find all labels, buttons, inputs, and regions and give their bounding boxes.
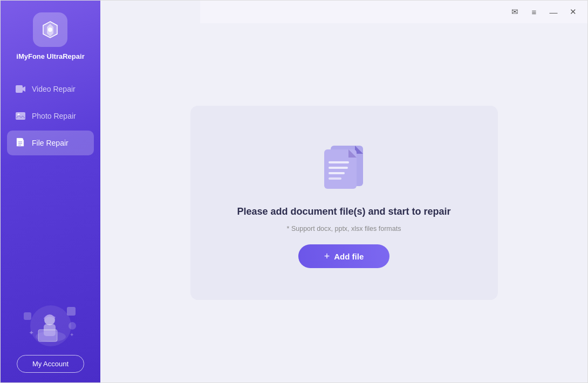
sidebar-item-video-repair-label: Video Repair: [32, 85, 76, 93]
sidebar-item-photo-repair[interactable]: Photo Repair: [7, 104, 94, 128]
svg-rect-24: [329, 177, 341, 180]
svg-rect-2: [16, 112, 25, 120]
sidebar-illustration: ✦ ✦: [16, 296, 86, 347]
sidebar: iMyFone UltraRepair Video Repair Pho: [1, 1, 100, 383]
nav-items: Video Repair Photo Repair: [1, 71, 100, 155]
drop-zone-title: Please add document file(s) and start to…: [237, 206, 450, 217]
svg-rect-21: [329, 161, 349, 163]
svg-point-0: [48, 28, 52, 32]
main-content: Please add document file(s) and start to…: [100, 1, 587, 382]
menu-button[interactable]: ≡: [526, 4, 542, 20]
file-repair-icon: [15, 137, 26, 149]
minimize-icon: —: [550, 8, 558, 17]
my-account-button[interactable]: My Account: [17, 355, 84, 373]
close-icon: ✕: [570, 7, 577, 17]
video-repair-icon: [15, 83, 26, 95]
file-illustration: [314, 138, 374, 194]
drop-zone: Please add document file(s) and start to…: [190, 106, 498, 300]
svg-rect-15: [24, 312, 31, 320]
add-file-label: Add file: [334, 252, 364, 261]
mail-button[interactable]: ✉: [507, 4, 523, 20]
svg-rect-13: [39, 331, 56, 340]
logo-area: iMyFone UltraRepair: [16, 1, 84, 71]
title-bar: ✉ ≡ — ✕: [200, 1, 587, 23]
sidebar-item-video-repair[interactable]: Video Repair: [7, 77, 94, 101]
svg-rect-22: [329, 167, 348, 169]
svg-rect-23: [329, 172, 345, 174]
sidebar-bottom: ✦ ✦ My Account: [1, 296, 100, 383]
svg-text:✦: ✦: [29, 329, 34, 337]
svg-rect-14: [67, 307, 76, 316]
app-name: iMyFone UltraRepair: [16, 52, 84, 61]
svg-point-16: [69, 322, 76, 330]
plus-icon: +: [324, 251, 330, 261]
close-button[interactable]: ✕: [565, 4, 581, 20]
add-file-button[interactable]: + Add file: [298, 244, 390, 268]
sidebar-item-file-repair[interactable]: File Repair: [7, 131, 94, 155]
app-logo-icon: [33, 12, 67, 47]
minimize-button[interactable]: —: [545, 4, 562, 20]
photo-repair-icon: [15, 110, 26, 122]
svg-text:✦: ✦: [70, 332, 74, 338]
svg-rect-1: [16, 85, 23, 93]
menu-icon: ≡: [532, 8, 537, 17]
sidebar-item-photo-repair-label: Photo Repair: [32, 112, 76, 120]
drop-zone-subtitle: * Support docx, pptx, xlsx files formats: [287, 225, 401, 232]
mail-icon: ✉: [511, 7, 518, 17]
main-area: ✉ ≡ — ✕: [100, 1, 587, 382]
sidebar-item-file-repair-label: File Repair: [32, 139, 69, 147]
